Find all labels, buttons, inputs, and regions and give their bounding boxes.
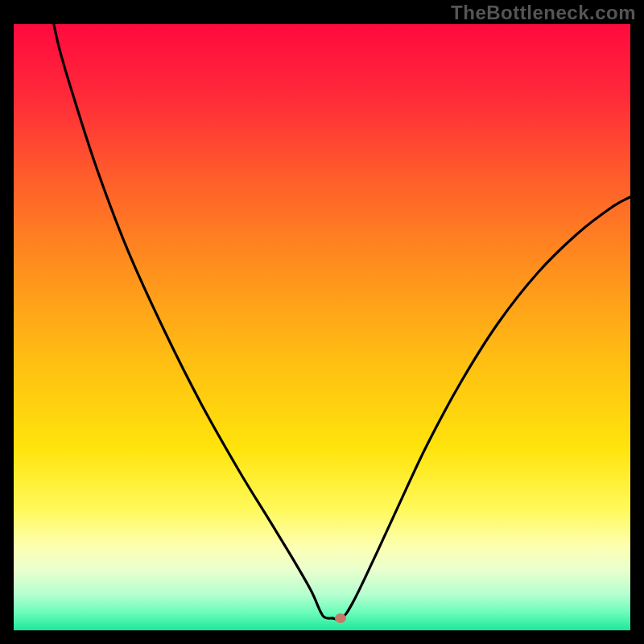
- min-marker-dot: [335, 613, 346, 623]
- gradient-background: [14, 24, 630, 630]
- chart-area: [14, 24, 630, 630]
- chart-svg: [14, 24, 630, 630]
- chart-root: TheBottleneck.com: [0, 0, 644, 644]
- watermark-text: TheBottleneck.com: [451, 2, 636, 24]
